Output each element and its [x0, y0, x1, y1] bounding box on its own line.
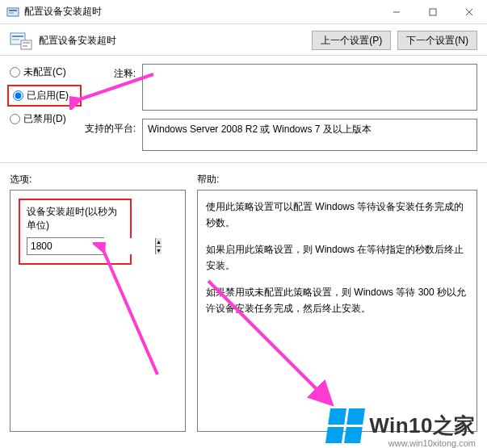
spinner-buttons: ▲ ▼	[155, 238, 162, 254]
options-label: 选项:	[10, 173, 197, 186]
svg-rect-8	[12, 36, 23, 37]
svg-rect-12	[23, 45, 27, 47]
help-p2: 如果启用此策略设置，则 Windows 在等待指定的秒数后终止安装。	[206, 241, 468, 274]
window-title: 配置设备安装超时	[24, 5, 378, 19]
section-labels: 选项: 帮助:	[0, 168, 487, 188]
header-title: 配置设备安装超时	[39, 34, 305, 48]
radio-disabled-label: 已禁用(D)	[23, 112, 66, 126]
config-area: 未配置(C) 已启用(E) 已禁用(D) 注释: 支持的平台: Windows …	[0, 61, 487, 162]
radio-not-configured-label: 未配置(C)	[23, 65, 66, 79]
radio-enabled-input[interactable]	[13, 90, 23, 101]
app-icon	[6, 6, 19, 19]
timeout-spinner[interactable]: ▲ ▼	[27, 237, 104, 255]
next-setting-button[interactable]: 下一个设置(N)	[397, 31, 477, 50]
lower-panels: 设备安装超时(以秒为单位) ▲ ▼ 使用此策略设置可以配置 Windows 等待…	[0, 188, 487, 438]
svg-rect-1	[9, 10, 17, 11]
svg-rect-9	[12, 39, 19, 40]
timeout-group: 设备安装超时(以秒为单位) ▲ ▼	[19, 199, 132, 265]
close-button[interactable]	[451, 0, 487, 23]
titlebar: 配置设备安装超时	[0, 0, 487, 24]
separator	[0, 55, 487, 56]
platform-label: 支持的平台:	[79, 119, 136, 136]
svg-rect-4	[430, 9, 436, 15]
watermark-url: www.win10xitong.com	[388, 438, 476, 448]
policy-icon	[10, 31, 32, 50]
spinner-up[interactable]: ▲	[156, 238, 162, 247]
svg-rect-2	[9, 12, 14, 14]
svg-rect-11	[23, 42, 30, 44]
state-radios: 未配置(C) 已启用(E) 已禁用(D)	[10, 64, 79, 126]
prev-setting-button[interactable]: 上一个设置(P)	[312, 31, 391, 50]
help-p3: 如果禁用或未配置此策略设置，则 Windows 等待 300 秒以允许设备安装任…	[206, 284, 468, 317]
radio-enabled-label: 已启用(E)	[27, 89, 69, 103]
comment-input[interactable]	[142, 64, 477, 111]
header-row: 配置设备安装超时 上一个设置(P) 下一个设置(N)	[0, 24, 487, 55]
radio-disabled[interactable]: 已禁用(D)	[10, 112, 79, 126]
windows-logo-icon	[325, 408, 365, 443]
radio-disabled-input[interactable]	[10, 114, 20, 124]
options-panel: 设备安装超时(以秒为单位) ▲ ▼	[10, 190, 186, 432]
separator-2	[0, 162, 487, 163]
watermark: Win10之家 www.win10xitong.com	[328, 408, 476, 443]
radio-not-configured[interactable]: 未配置(C)	[10, 65, 79, 79]
minimize-button[interactable]	[378, 0, 414, 23]
window-controls	[378, 0, 487, 23]
timeout-label: 设备安装超时(以秒为单位)	[27, 205, 124, 232]
timeout-input[interactable]	[27, 238, 155, 254]
radio-not-configured-input[interactable]	[10, 67, 20, 77]
maximize-button[interactable]	[414, 0, 451, 23]
help-panel: 使用此策略设置可以配置 Windows 等待设备安装任务完成的秒数。 如果启用此…	[197, 190, 477, 432]
platform-value: Windows Server 2008 R2 或 Windows 7 及以上版本	[142, 119, 477, 151]
comment-label: 注释:	[79, 64, 136, 81]
watermark-brand: Win10之家	[369, 413, 476, 438]
spinner-down[interactable]: ▼	[156, 247, 162, 255]
help-p1: 使用此策略设置可以配置 Windows 等待设备安装任务完成的秒数。	[206, 199, 468, 232]
radio-enabled[interactable]: 已启用(E)	[10, 87, 79, 104]
help-label: 帮助:	[197, 173, 477, 186]
svg-rect-10	[21, 40, 31, 49]
